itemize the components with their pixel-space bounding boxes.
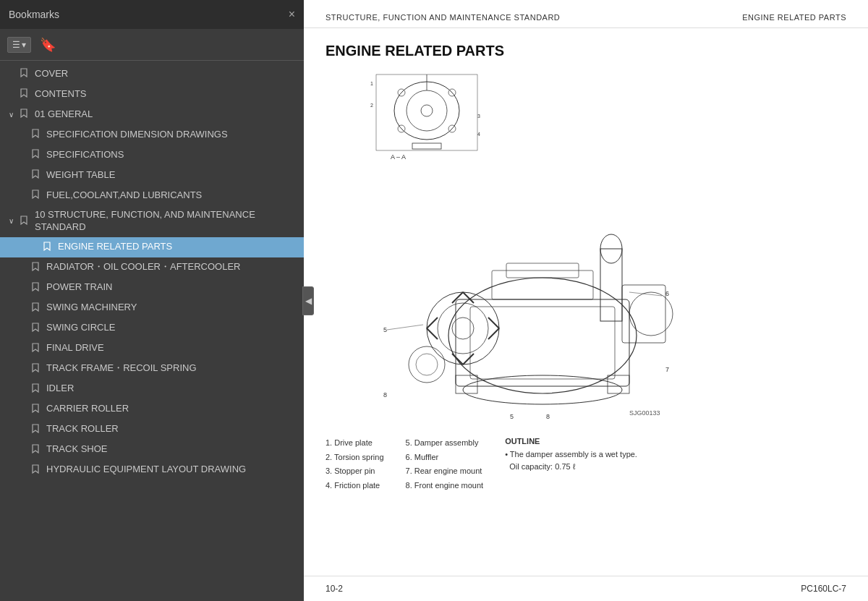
tag-icon: 🔖	[40, 38, 56, 52]
bookmark-icon	[32, 302, 42, 314]
outline-section: OUTLINE • The damper assembly is a wet t…	[505, 437, 637, 472]
svg-text:1: 1	[370, 81, 373, 86]
top-diagram: 1 2 3 4 A – A	[369, 71, 499, 168]
chevron-left-icon: ◀	[305, 296, 312, 306]
page-number: 10-2	[326, 584, 343, 594]
svg-line-24	[427, 328, 438, 339]
sidebar-item-label: HYDRAULIC EQUIPMENT LAYOUT DRAWING	[46, 464, 298, 476]
part-3: 3. Stopper pin	[326, 465, 384, 477]
part-6: 6. Muffler	[406, 451, 484, 464]
svg-rect-13	[412, 143, 441, 149]
sidebar-item-track-frame[interactable]: TRACK FRAME・RECOIL SPRING	[0, 359, 304, 379]
svg-rect-17	[470, 307, 615, 379]
legend-col-2: 5. Damper assembly 6. Muffler 7. Rear en…	[406, 437, 484, 491]
page-title: ENGINE RELATED PARTS	[326, 43, 846, 59]
bookmark-icon	[32, 363, 42, 375]
part-5: 5. Damper assembly	[406, 437, 484, 449]
bookmark-icon	[32, 189, 42, 201]
sidebar-header: Bookmarks ×	[0, 0, 304, 29]
chevron-icon: ∨	[9, 111, 17, 119]
sidebar-collapse-button[interactable]: ◀	[302, 286, 314, 315]
bookmark-icon	[32, 343, 42, 354]
sidebar-item-label: TRACK SHOE	[46, 443, 298, 456]
bookmark-icon	[20, 68, 30, 80]
bookmark-list: COVERCONTENTS∨01 GENERALSPECIFICATION DI…	[0, 61, 304, 601]
main-diagram-svg: 5 8 6 7 5 8 SJG00133	[354, 176, 702, 422]
sidebar-item-contents[interactable]: CONTENTS	[0, 84, 304, 104]
main-diagram: 5 8 6 7 5 8 SJG00133	[354, 176, 687, 425]
page-content: ENGINE RELATED PARTS 1	[304, 28, 868, 576]
part-1: 1. Drive plate	[326, 437, 384, 449]
svg-line-26	[463, 354, 474, 365]
sidebar-item-cover[interactable]: COVER	[0, 64, 304, 84]
sidebar-item-track-roller[interactable]: TRACK ROLLER	[0, 419, 304, 440]
svg-text:4: 4	[477, 132, 480, 137]
bookmark-icon	[32, 282, 42, 294]
top-diagram-svg: 1 2 3 4 A – A	[369, 71, 485, 165]
bookmark-icon	[32, 464, 42, 476]
svg-point-3	[421, 105, 433, 116]
chevron-icon: ∨	[9, 217, 17, 225]
header-left: STRUCTURE, FUNCTION AND MAINTENANCE STAN…	[326, 13, 560, 22]
sidebar-item-label: RADIATOR・OIL COOLER・AFTERCOOLER	[46, 261, 298, 273]
sidebar: Bookmarks × ☰ ▾ 🔖 COVERCONTENTS∨01 GENER…	[0, 0, 304, 601]
bookmark-icon	[43, 242, 54, 253]
sidebar-item-spec-dim[interactable]: SPECIFICATION DIMENSION DRAWINGS	[0, 124, 304, 145]
sidebar-item-weight-table[interactable]: WEIGHT TABLE	[0, 165, 304, 185]
model-number: PC160LC-7	[801, 584, 846, 594]
tag-button[interactable]: 🔖	[37, 35, 59, 54]
bookmark-icon	[20, 88, 30, 100]
svg-point-2	[407, 90, 447, 131]
sidebar-item-01-general[interactable]: ∨01 GENERAL	[0, 104, 304, 124]
svg-text:2: 2	[370, 103, 373, 108]
svg-line-27	[488, 317, 499, 328]
sidebar-item-swing-circle[interactable]: SWING CIRCLE	[0, 318, 304, 338]
sidebar-item-label: POWER TRAIN	[46, 281, 298, 294]
sidebar-item-idler[interactable]: IDLER	[0, 379, 304, 399]
sidebar-item-carrier-roller[interactable]: CARRIER ROLLER	[0, 399, 304, 419]
view-icon: ☰	[12, 40, 20, 50]
sidebar-item-track-shoe[interactable]: TRACK SHOE	[0, 440, 304, 460]
svg-point-47	[416, 354, 438, 375]
bookmark-icon	[32, 383, 42, 395]
sidebar-item-10-structure[interactable]: ∨10 STRUCTURE, FUNCTION, AND MAINTENANCE…	[0, 205, 304, 237]
bookmark-icon	[20, 216, 30, 227]
svg-text:8: 8	[546, 413, 550, 420]
svg-text:5: 5	[383, 326, 387, 333]
close-icon[interactable]: ×	[289, 9, 295, 20]
part-7: 7. Rear engine mount	[406, 465, 484, 477]
sidebar-item-label: COVER	[35, 68, 298, 80]
sidebar-item-power-train[interactable]: POWER TRAIN	[0, 278, 304, 298]
sidebar-item-radiator[interactable]: RADIATOR・OIL COOLER・AFTERCOOLER	[0, 257, 304, 278]
svg-line-44	[387, 325, 423, 330]
bookmark-icon	[32, 424, 42, 435]
svg-point-46	[409, 346, 445, 383]
diagram-ref: SJG00133	[629, 409, 660, 417]
sidebar-item-fuel-coolant[interactable]: FUEL,COOLANT,AND LUBRICANTS	[0, 185, 304, 205]
sidebar-item-final-drive[interactable]: FINAL DRIVE	[0, 338, 304, 359]
sidebar-toolbar: ☰ ▾ 🔖	[0, 29, 304, 61]
sidebar-item-label: FUEL,COOLANT,AND LUBRICANTS	[46, 189, 298, 202]
svg-text:7: 7	[665, 366, 669, 373]
svg-rect-33	[492, 270, 593, 299]
sidebar-item-engine-related[interactable]: ENGINE RELATED PARTS	[0, 237, 304, 257]
sidebar-item-label: ENGINE RELATED PARTS	[58, 241, 298, 253]
svg-point-19	[438, 303, 488, 354]
sidebar-item-label: TRACK ROLLER	[46, 423, 298, 435]
main-content: STRUCTURE, FUNCTION AND MAINTENANCE STAN…	[304, 0, 868, 601]
header-right: ENGINE RELATED PARTS	[742, 13, 846, 22]
sidebar-item-label: IDLER	[46, 383, 298, 395]
sidebar-item-swing-machinery[interactable]: SWING MACHINERY	[0, 298, 304, 318]
view-chevron-icon: ▾	[22, 40, 26, 50]
bookmark-icon	[32, 149, 42, 161]
bookmark-icon	[32, 323, 42, 334]
view-button[interactable]: ☰ ▾	[7, 37, 31, 53]
sidebar-item-hydraulic-layout[interactable]: HYDRAULIC EQUIPMENT LAYOUT DRAWING	[0, 460, 304, 480]
sidebar-item-specifications[interactable]: SPECIFICATIONS	[0, 145, 304, 165]
bookmark-icon	[32, 129, 42, 140]
page-footer: 10-2 PC160LC-7	[304, 576, 868, 601]
svg-rect-37	[608, 375, 629, 393]
sidebar-item-label: SWING MACHINERY	[46, 302, 298, 314]
sidebar-item-label: SWING CIRCLE	[46, 322, 298, 334]
part-8: 8. Front engine mount	[406, 479, 484, 492]
